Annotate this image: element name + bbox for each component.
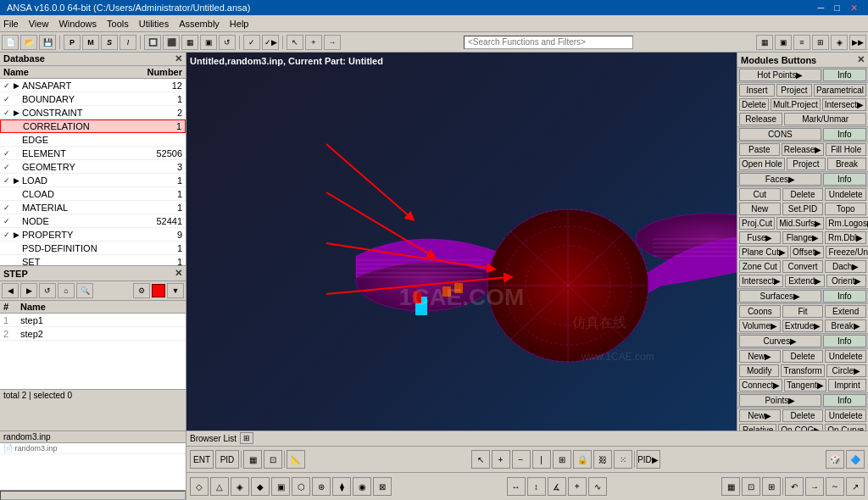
db-close[interactable]: ✕ <box>175 53 182 64</box>
bt-3d1[interactable]: 🎲 <box>826 450 844 469</box>
db-row[interactable]: ✓ GEOMETRY 3 <box>0 160 186 174</box>
db-row[interactable]: EDGE <box>0 133 186 147</box>
viewport-canvas[interactable]: ✕ X Y Z <box>186 53 737 483</box>
btn-points[interactable]: Points▶ <box>739 394 821 407</box>
bt-minus[interactable]: − <box>512 450 531 469</box>
tb-view1[interactable]: 🔲 <box>144 35 161 50</box>
bt-pipe[interactable]: | <box>532 450 551 469</box>
browser-list-btn[interactable]: ⊞ <box>240 432 253 444</box>
step-refresh[interactable]: ↺ <box>39 283 56 298</box>
tb-right4[interactable]: ⊞ <box>812 35 829 50</box>
tb-p[interactable]: P <box>64 35 81 50</box>
menu-file[interactable]: File <box>3 19 19 29</box>
btn-circle[interactable]: Circle▶ <box>826 364 866 377</box>
step-back[interactable]: ◀ <box>2 283 19 298</box>
btn-delete-f[interactable]: Delete <box>782 188 824 201</box>
tb-view4[interactable]: ▣ <box>200 35 217 50</box>
db-row[interactable]: ✓ BOUNDARY 1 <box>0 92 186 106</box>
db-row[interactable]: ✓ ▶ ANSAPART 12 <box>0 79 186 92</box>
bt-shape6[interactable]: ⬡ <box>292 477 310 496</box>
btn-topo[interactable]: Topo <box>825 203 866 215</box>
bt-func1[interactable]: ▦ <box>721 477 740 496</box>
btn-new-p[interactable]: New▶ <box>739 409 781 422</box>
btn-parametrical[interactable]: Parametrical <box>814 84 866 97</box>
db-row[interactable]: ✓ ELEMENT 52506 <box>0 147 186 160</box>
file-item[interactable]: 📄 random3.inp <box>0 443 186 454</box>
btn-new-f[interactable]: New <box>739 203 781 215</box>
db-row[interactable]: ✓ ▶ CONSTRAINT 2 <box>0 106 186 119</box>
tb-open[interactable]: 📂 <box>20 35 37 50</box>
tb-check1[interactable]: ✓ <box>243 35 260 50</box>
btn-undelete-c[interactable]: Undelete <box>825 350 866 363</box>
db-row[interactable]: ✓ ▶ LOAD 1 <box>0 174 186 187</box>
btn-fit[interactable]: Fit <box>782 305 824 318</box>
step-home[interactable]: ⌂ <box>58 283 75 298</box>
step-settings[interactable]: ⚙ <box>133 283 150 298</box>
btn-release-hp[interactable]: Release <box>739 113 782 125</box>
btn-rm-dbl[interactable]: Rm.Dbl▶ <box>825 231 866 244</box>
btn-surfaces-info[interactable]: Info <box>823 290 866 303</box>
btn-insert[interactable]: Insert <box>739 84 775 97</box>
btn-open-hole[interactable]: Open Hole <box>739 158 785 170</box>
step-close[interactable]: ✕ <box>175 268 182 279</box>
menu-view[interactable]: View <box>29 19 49 29</box>
btn-imprint[interactable]: Imprint <box>828 379 866 392</box>
btn-delete-hp[interactable]: Delete <box>739 98 769 111</box>
btn-zone-cut[interactable]: Zone Cut <box>739 260 781 273</box>
close-btn[interactable]: ✕ <box>847 3 861 14</box>
btn-dach[interactable]: Dach▶ <box>825 260 866 273</box>
bt-shape1[interactable]: ◇ <box>190 477 209 496</box>
btn-break-s[interactable]: Break▶ <box>825 319 866 332</box>
step-search[interactable]: 🔍 <box>76 283 93 298</box>
step-row[interactable]: 1 step1 <box>0 314 186 327</box>
step-scroll-down[interactable]: ▼ <box>167 283 184 298</box>
step-row[interactable]: 2 step2 <box>0 327 186 341</box>
bt-shape5[interactable]: ▣ <box>271 477 290 496</box>
bt-meas3[interactable]: ∡ <box>548 477 566 496</box>
bt-icon1[interactable]: ▦ <box>243 450 262 469</box>
tb-right5[interactable]: ◈ <box>831 35 848 50</box>
tb-save[interactable]: 💾 <box>39 35 56 50</box>
btn-cons-info[interactable]: Info <box>823 128 866 141</box>
bt-plus2[interactable]: + <box>492 450 510 469</box>
db-row[interactable]: ✓ NODE 52441 <box>0 214 186 228</box>
tb-rotate[interactable]: ↺ <box>219 35 236 50</box>
btn-offset[interactable]: Offset▶ <box>790 246 825 258</box>
minimize-btn[interactable]: ─ <box>815 3 828 14</box>
btn-mult-project[interactable]: Mult.Project <box>771 98 821 111</box>
tb-right2[interactable]: ▣ <box>775 35 792 50</box>
btn-plane-cut[interactable]: Plane Cut▶ <box>739 246 788 258</box>
btn-cut[interactable]: Cut <box>739 188 781 201</box>
btn-volume[interactable]: Volume▶ <box>739 319 781 332</box>
maximize-btn[interactable]: □ <box>831 3 843 14</box>
db-row[interactable]: CLOAD 1 <box>0 187 186 201</box>
btn-proj-cut[interactable]: Proj.Cut <box>739 217 775 230</box>
tb-view3[interactable]: ▦ <box>181 35 198 50</box>
btn-release-cons[interactable]: Release▶ <box>782 143 825 156</box>
file-scrollbar[interactable] <box>0 491 186 500</box>
bt-pid[interactable]: PID <box>215 450 239 469</box>
step-forward[interactable]: ▶ <box>20 283 37 298</box>
bt-func3[interactable]: ⊞ <box>762 477 781 496</box>
bt-move[interactable]: ↖ <box>471 450 490 469</box>
btn-project-cons[interactable]: Project <box>787 158 826 170</box>
bt-dots[interactable]: ⁙ <box>614 450 632 469</box>
btn-undelete[interactable]: Undelete <box>825 188 866 201</box>
tb-right6[interactable]: ▶▶ <box>849 35 866 50</box>
btn-freeze-un[interactable]: Freeze/Un <box>826 246 868 258</box>
tb-plus[interactable]: + <box>305 35 322 50</box>
btn-coons[interactable]: Coons <box>739 305 781 318</box>
btn-undelete-p[interactable]: Undelete <box>825 409 866 422</box>
btn-mark-unmar[interactable]: Mark/Unmar <box>784 113 866 125</box>
db-row[interactable]: PSD-DEFINITION 1 <box>0 242 186 255</box>
tb-i[interactable]: I <box>120 35 136 50</box>
tb-view2[interactable]: ⬛ <box>163 35 180 50</box>
menu-tools[interactable]: Tools <box>107 19 129 29</box>
bt-func2[interactable]: ⊡ <box>742 477 760 496</box>
btn-flange[interactable]: Flange▶ <box>782 231 824 244</box>
btn-paste[interactable]: Paste <box>739 143 780 156</box>
bt-shape4[interactable]: ◆ <box>251 477 270 496</box>
btn-extend[interactable]: Extend▶ <box>785 275 825 287</box>
btn-convert[interactable]: Convert <box>782 260 824 273</box>
tb-new[interactable]: 📄 <box>2 35 19 50</box>
